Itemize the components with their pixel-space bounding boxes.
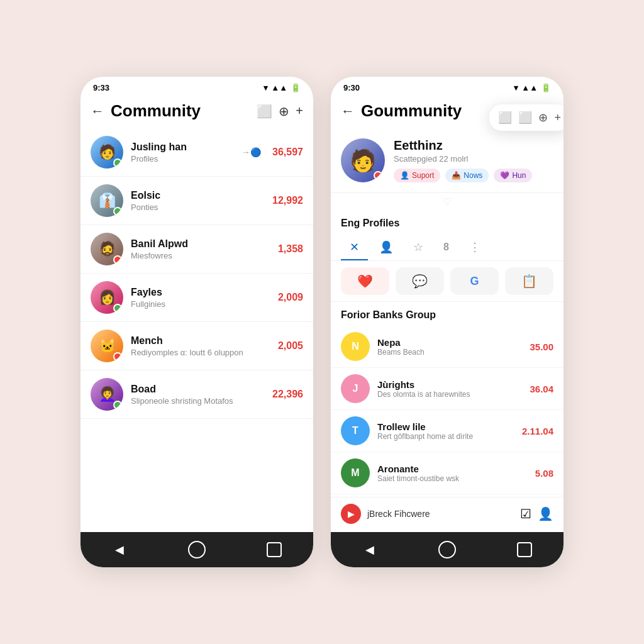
battery-icon: 🔋 xyxy=(291,83,301,92)
status-badge-5 xyxy=(113,352,122,361)
item-info-5: Mench Rediyomples α: loutt 6 oluppon xyxy=(131,335,270,357)
avatar-6: 👩‍🦱 xyxy=(91,378,123,411)
battery-icon-right: 🔋 xyxy=(541,83,551,92)
list-item[interactable]: 👔 Eolsic Ponties 12,992 xyxy=(80,177,313,225)
avatar-5: 🐱 xyxy=(91,330,123,362)
hun-icon: 💜 xyxy=(500,171,509,180)
item-sub-6: Sliponeole shristing Motafos xyxy=(131,396,265,406)
page-title-left: Community xyxy=(111,101,250,121)
status-icons-right: ▾ ▲▲ 🔋 xyxy=(514,83,551,92)
list-item[interactable]: 👩‍🦱 Boad Sliponeole shristing Motafos 22… xyxy=(80,370,313,419)
tag-nows-label: Nows xyxy=(464,171,482,180)
nav-home-left[interactable] xyxy=(188,541,206,558)
recent-square xyxy=(267,542,282,557)
clipboard-action-btn[interactable]: 📋 xyxy=(505,267,553,295)
heart-action-btn[interactable]: ❤️ xyxy=(341,267,389,295)
group-name-2: Jùrights xyxy=(377,379,522,390)
list-item[interactable]: 🧔 Banil Alpwd Miesfowres 1,358 xyxy=(80,225,313,274)
item-count-6: 22,396 xyxy=(272,389,303,400)
back-button-left[interactable]: ← xyxy=(91,103,104,119)
group-avatar-1: N xyxy=(341,332,370,361)
heart-divider: ♡ xyxy=(331,193,564,210)
item-name-2: Eolsic xyxy=(131,190,265,201)
nav-back-right[interactable]: ◀ xyxy=(361,541,379,558)
avatar-1: 🧑 xyxy=(91,136,123,169)
person-icon[interactable]: 👤 xyxy=(538,506,553,521)
tooltip-card: ⬜ ⬜ ⊕ + xyxy=(489,104,564,131)
community-list: 🧑 Jusling han Profiles →🔵 36,597 👔 Eolsi… xyxy=(80,128,313,419)
group-count-2: 36.04 xyxy=(530,384,553,394)
tab-eight[interactable]: 8 xyxy=(435,235,458,259)
item-sub-3: Miesfowres xyxy=(131,251,270,260)
add-icon[interactable]: + xyxy=(296,104,303,118)
status-badge-3 xyxy=(113,255,122,264)
tab-x[interactable]: ✕ xyxy=(341,234,368,260)
home-circle xyxy=(188,541,206,558)
group-info-4: Aronante Saiet timont-oustibe wsk xyxy=(377,464,528,483)
time-left: 9:33 xyxy=(93,83,109,92)
signal-icon-right: ▲▲ xyxy=(521,83,538,92)
tab-more[interactable]: ⋮ xyxy=(460,234,489,260)
check-icon[interactable]: ☑ xyxy=(520,506,531,521)
list-item[interactable]: 👩 Fayles Fullginies 2,009 xyxy=(80,274,313,322)
channel-name: jBreck Fihcwere xyxy=(367,509,514,519)
group-list: N Nepa Beams Beach 35.00 J Jùrights Des … xyxy=(331,326,564,494)
profile-sub: Scattepgied 22 molrl xyxy=(394,154,553,164)
home-circle-right xyxy=(438,541,456,558)
group-item-2[interactable]: J Jùrights Des olomta is at harewnites 3… xyxy=(331,368,564,410)
bottom-nav-left: ◀ xyxy=(80,532,313,567)
profile-tags: 👤 Suport 📥 Nows 💜 Hun xyxy=(394,169,553,182)
status-badge-2 xyxy=(113,207,122,216)
group-item-3[interactable]: T Trollew lile Rert gôflbanpt home at dì… xyxy=(331,410,564,452)
settings-icon[interactable]: ⊕ xyxy=(279,104,289,119)
bottom-nav-right: ◀ xyxy=(331,532,564,567)
tooltip-icon-3[interactable]: ⊕ xyxy=(538,111,548,125)
nav-back-left[interactable]: ◀ xyxy=(111,541,128,558)
wifi-icon-right: ▾ xyxy=(514,83,518,92)
status-badge-6 xyxy=(113,401,122,409)
calendar-icon[interactable]: ⬜ xyxy=(257,104,272,119)
google-action-btn[interactable]: G xyxy=(450,267,499,295)
group-item-4[interactable]: M Aronante Saiet timont-oustibe wsk 5.08 xyxy=(331,452,564,494)
group-avatar-2: J xyxy=(341,374,370,403)
group-info-2: Jùrights Des olomta is at harewnites xyxy=(377,379,522,399)
chat-action-btn[interactable]: 💬 xyxy=(396,267,444,295)
item-info-2: Eolsic Ponties xyxy=(131,190,265,212)
status-badge-4 xyxy=(113,304,122,313)
item-info-3: Banil Alpwd Miesfowres xyxy=(131,238,270,260)
nav-recent-right[interactable] xyxy=(516,541,533,558)
item-count-3: 1,358 xyxy=(278,243,303,255)
list-item[interactable]: 🧑 Jusling han Profiles →🔵 36,597 xyxy=(80,128,313,177)
item-sub-1: Profiles xyxy=(131,154,234,164)
item-name-1: Jusling han xyxy=(131,142,234,153)
group-avatar-4: M xyxy=(341,458,370,487)
tag-hun[interactable]: 💜 Hun xyxy=(494,169,532,182)
profile-name: Eetthinz xyxy=(394,138,553,153)
recent-square-right xyxy=(517,542,532,557)
tab-person[interactable]: 👤 xyxy=(370,234,402,260)
list-item[interactable]: 🐱 Mench Rediyomples α: loutt 6 oluppon 2… xyxy=(80,322,313,370)
item-count-4: 2,009 xyxy=(278,292,303,303)
item-info-1: Jusling han Profiles xyxy=(131,142,234,164)
profile-avatar: 🧑 xyxy=(341,138,385,182)
nav-recent-left[interactable] xyxy=(265,541,283,558)
tabs-row: ✕ 👤 ☆ 8 ⋮ xyxy=(331,234,564,261)
nav-home-right[interactable] xyxy=(438,541,456,558)
signal-icon: ▲▲ xyxy=(271,83,287,92)
item-count-1: 36,597 xyxy=(272,147,303,158)
group-item-1[interactable]: N Nepa Beams Beach 35.00 xyxy=(331,326,564,368)
tooltip-icon-1[interactable]: ⬜ xyxy=(498,111,512,125)
tag-nows[interactable]: 📥 Nows xyxy=(445,169,489,182)
item-count-2: 12,992 xyxy=(272,195,303,206)
status-bar-left: 9:33 ▾ ▲▲ 🔋 xyxy=(80,77,313,96)
group-name-3: Trollew lile xyxy=(377,421,514,432)
item-name-3: Banil Alpwd xyxy=(131,238,270,250)
tab-star[interactable]: ☆ xyxy=(404,234,432,260)
tooltip-icon-2[interactable]: ⬜ xyxy=(518,111,532,125)
back-button-right[interactable]: ← xyxy=(341,103,355,119)
tooltip-icon-4[interactable]: + xyxy=(554,111,561,125)
tag-support[interactable]: 👤 Suport xyxy=(394,169,440,182)
item-info-4: Fayles Fullginies xyxy=(131,287,270,309)
bottom-bar-right: ▶ jBreck Fihcwere ☑ 👤 xyxy=(331,497,564,530)
tag-support-label: Suport xyxy=(412,171,434,180)
